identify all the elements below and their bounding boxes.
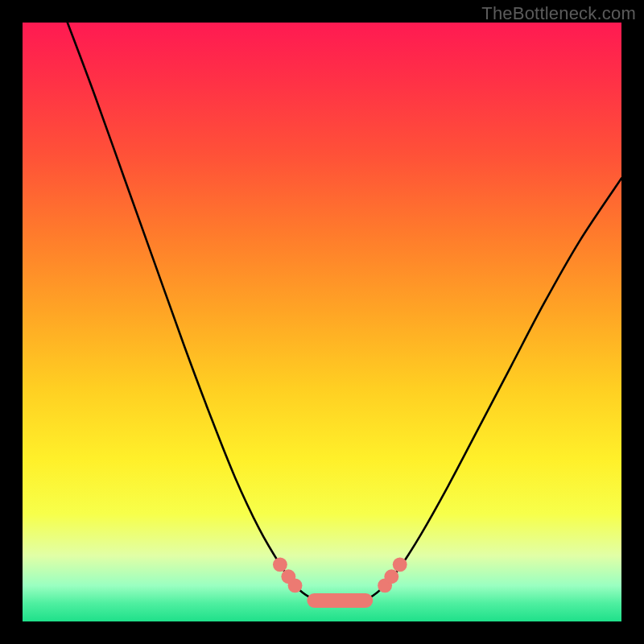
plot-area [23,23,621,621]
trough-marker [307,593,373,608]
markers-group [273,557,407,608]
outer-frame: TheBottleneck.com [0,0,644,644]
watermark-text: TheBottleneck.com [481,3,636,24]
data-marker [273,557,287,572]
data-marker [288,578,303,592]
data-marker [393,557,407,572]
curve-svg [23,23,621,621]
bottleneck-curve [68,23,621,604]
data-marker [384,569,398,584]
